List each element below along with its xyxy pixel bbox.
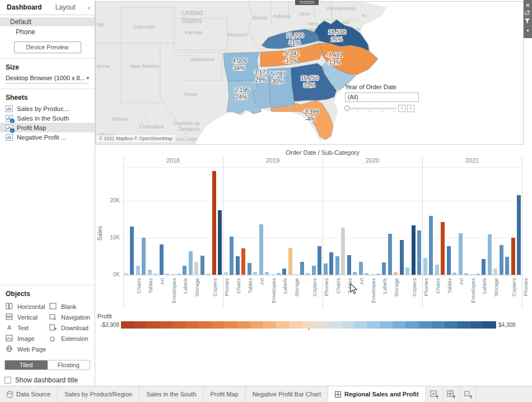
object-item-download[interactable]: Download	[49, 322, 93, 333]
bar-2018-supplies[interactable]	[194, 262, 198, 275]
sheet-item[interactable]: Negative Profit ...	[0, 132, 95, 142]
go-to-sheet-icon[interactable]	[525, 10, 531, 17]
show-dashboard-title-checkbox[interactable]	[4, 377, 11, 383]
size-dropdown[interactable]: Desktop Browser (1000 x 8... ▾	[6, 75, 89, 84]
bar-2019-paper[interactable]	[282, 269, 286, 275]
bar-2018-accessories[interactable]	[200, 256, 204, 275]
workbook-tab[interactable]: Sales by Product/Region	[58, 386, 139, 402]
collapse-pane-icon[interactable]: ‹	[88, 3, 90, 12]
device-phone-item[interactable]: Phone	[0, 27, 95, 36]
map-attribution[interactable]: © 2021 Mapbox © OpenStreetMap	[97, 135, 175, 142]
bar-2020-binders[interactable]	[359, 262, 363, 275]
object-item-webpage[interactable]: Web Page	[6, 344, 49, 354]
bar-2021-paper[interactable]	[482, 259, 486, 275]
bar-2018-art[interactable]	[153, 274, 157, 275]
bar-2019-art[interactable]	[253, 272, 257, 275]
bar-2020-machines[interactable]	[412, 225, 416, 275]
bar-2018-storage[interactable]	[189, 251, 193, 275]
bar-2019-furnishings[interactable]	[236, 256, 240, 275]
year-filter-dropdown[interactable]: (All)	[345, 93, 419, 102]
slider-handle[interactable]	[344, 105, 350, 111]
bar-2021-storage[interactable]	[488, 234, 492, 275]
bar-2021-art[interactable]	[452, 272, 456, 275]
bar-2021-furnishings[interactable]	[435, 265, 439, 275]
slider-prev-button[interactable]: ‹	[398, 105, 405, 112]
bar-2021-appliances[interactable]	[447, 246, 451, 275]
bar-2021-binders[interactable]	[459, 233, 463, 275]
sheet-item[interactable]: ✓Sales in the South	[0, 113, 95, 123]
object-item-image[interactable]: Image	[6, 333, 49, 344]
bar-2018-phones[interactable]	[218, 210, 222, 275]
bar-2018-copiers[interactable]	[206, 274, 210, 275]
bar-2019-binders[interactable]	[259, 224, 263, 275]
bar-2021-machines[interactable]	[511, 238, 515, 275]
profit-map-view[interactable]: UnitedStatestahColoradoKansasMissouriIll…	[95, 1, 524, 145]
bar-2020-fasteners[interactable]	[371, 274, 375, 275]
bar-2018-bookcases[interactable]	[124, 273, 128, 275]
slider-next-button[interactable]: ›	[407, 105, 414, 112]
bar-2021-fasteners[interactable]	[470, 274, 474, 275]
bar-2020-storage[interactable]	[388, 234, 392, 275]
object-item-extension[interactable]: Extension	[49, 333, 93, 344]
tab-dashboard[interactable]: Dashboard	[0, 3, 49, 11]
workbook-tab[interactable]: Profit Map	[204, 386, 246, 402]
tiled-button[interactable]: Tiled	[5, 361, 48, 369]
new-worksheet-button[interactable]	[426, 386, 443, 402]
close-icon[interactable]: ✕	[525, 2, 531, 9]
object-item-blank[interactable]: Blank	[49, 301, 93, 312]
bar-2019-phones[interactable]	[318, 246, 321, 275]
bar-2021-chairs[interactable]	[429, 216, 433, 275]
bar-2020-bookcases[interactable]	[324, 264, 328, 275]
bar-2018-labels[interactable]	[177, 274, 181, 275]
bar-2019-bookcases[interactable]	[224, 272, 228, 275]
bar-2021-envelopes[interactable]	[464, 273, 468, 275]
bar-2020-labels[interactable]	[376, 274, 380, 275]
bar-2018-machines[interactable]	[212, 171, 216, 275]
use-as-filter-icon[interactable]	[525, 19, 531, 26]
workbook-tab[interactable]: Data Source	[0, 386, 58, 402]
workbook-tab[interactable]: Negative Profit Bar Chart	[246, 386, 328, 402]
object-item-navigation[interactable]: Navigation	[49, 312, 93, 322]
bar-2021-phones[interactable]	[517, 195, 521, 275]
bar-2019-envelopes[interactable]	[265, 272, 269, 275]
bar-2018-chairs[interactable]	[130, 227, 134, 275]
object-item-text[interactable]: AText	[6, 322, 49, 333]
legend-gradient-bar[interactable]	[121, 321, 496, 329]
bar-2019-tables[interactable]	[241, 248, 245, 275]
bar-2020-paper[interactable]	[382, 262, 386, 275]
object-drag-handle[interactable]	[295, 0, 319, 5]
bar-2018-fasteners[interactable]	[171, 274, 175, 275]
bar-2020-copiers[interactable]	[405, 267, 409, 275]
sales-bar-chart[interactable]: Order Date / Sub-Category Sales 0K10K20K…	[95, 147, 532, 313]
bar-2021-bookcases[interactable]	[423, 258, 427, 275]
profit-map[interactable]: UnitedStatestahColoradoKansasMissouriIll…	[96, 2, 524, 144]
new-story-button[interactable]	[460, 386, 477, 402]
bar-2020-appliances[interactable]	[347, 255, 351, 275]
sheet-item[interactable]: Sales by Produc...	[0, 104, 95, 113]
bar-2020-supplies[interactable]	[394, 272, 398, 275]
bar-2020-accessories[interactable]	[400, 240, 404, 275]
bar-2018-furnishings[interactable]	[136, 266, 140, 275]
workbook-tab[interactable]: Sales in the South	[139, 386, 203, 402]
device-preview-button[interactable]: Device Preview	[14, 41, 81, 53]
bar-2020-tables[interactable]	[341, 228, 345, 275]
floating-button[interactable]: Floating	[48, 361, 90, 369]
bar-2019-machines[interactable]	[312, 266, 316, 275]
bar-2019-copiers[interactable]	[306, 273, 310, 275]
bar-2021-labels[interactable]	[476, 274, 480, 275]
bar-2019-labels[interactable]	[277, 273, 281, 275]
object-item-horizontal[interactable]: Horizontal	[6, 301, 49, 312]
bar-2019-chairs[interactable]	[230, 237, 234, 275]
bar-2018-paper[interactable]	[183, 266, 186, 275]
bar-2020-chairs[interactable]	[329, 252, 333, 275]
bar-2020-furnishings[interactable]	[335, 256, 339, 275]
new-dashboard-button[interactable]	[443, 386, 460, 402]
bar-2021-accessories[interactable]	[500, 245, 503, 275]
bar-2020-envelopes[interactable]	[365, 273, 368, 275]
sheet-item[interactable]: ✓Profit Map	[0, 123, 95, 132]
bar-2020-art[interactable]	[353, 272, 357, 275]
bar-2018-tables[interactable]	[142, 238, 146, 275]
bar-2020-phones[interactable]	[417, 230, 421, 275]
bar-2018-appliances[interactable]	[148, 270, 152, 275]
profit-color-legend[interactable]: Profit -$3,908 $4,308	[97, 313, 529, 329]
